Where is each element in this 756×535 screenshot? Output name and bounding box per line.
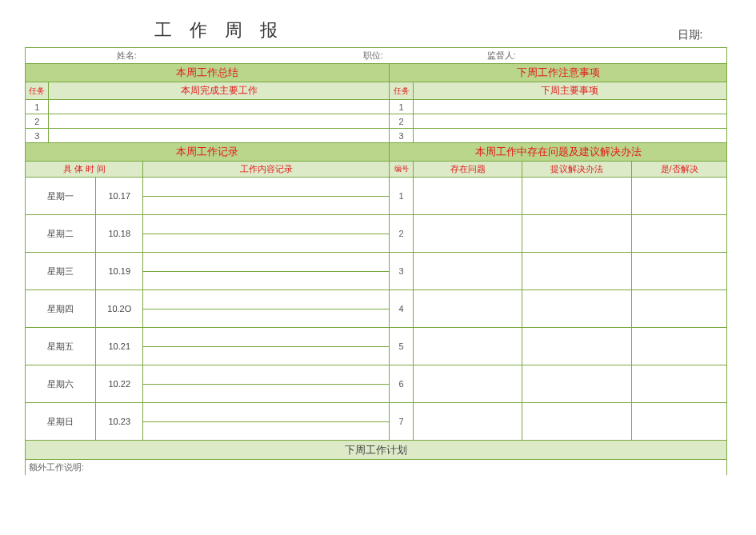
left-sub-header: 本周完成主要工作 [49,82,390,100]
day-name: 星期一 [26,178,96,215]
title-row: 工 作 周 报 日期: [26,17,727,48]
section-header-row-2: 本周工作记录 本周工作中存在问题及建议解决办法 [26,143,727,162]
section-header-row: 本周工作总结 下周工作注意事项 [26,64,727,82]
issue-problem-cell[interactable] [413,178,522,215]
issue-row-num: 6 [390,365,413,403]
log-content-cell[interactable] [143,365,390,403]
log-content-cell[interactable] [143,290,390,328]
issue-row-num: 2 [390,215,413,253]
issue-problem-cell[interactable] [413,328,522,365]
log-row: 星期三 10.19 3 [26,253,727,290]
issue-resolved-cell[interactable] [632,290,727,328]
issue-row-num: 3 [390,253,413,290]
log-content-cell[interactable] [143,253,390,290]
issue-solution-cell[interactable] [522,215,632,253]
issue-solution-cell[interactable] [522,178,632,215]
issue-col-3: 提议解决办法 [522,162,632,178]
position-label: 职位: [143,48,390,64]
issue-col-4: 是/否解决 [632,162,727,178]
issue-problem-cell[interactable] [413,365,522,403]
right-task-cell[interactable] [413,100,726,114]
day-date: 10.19 [96,253,143,290]
day-name: 星期五 [26,328,96,365]
issue-row-num: 7 [390,403,413,441]
next-week-header-row: 下周工作计划 [26,441,727,460]
issue-row-num: 5 [390,328,413,365]
log-content-cell[interactable] [143,178,390,215]
issue-resolved-cell[interactable] [632,365,727,403]
time-header: 具 体 时 间 [26,162,143,178]
log-row: 星期二 10.18 2 [26,215,727,253]
log-row: 星期六 10.22 6 [26,365,727,403]
column-header-row: 具 体 时 间 工作内容记录 编号 存在问题 提议解决办法 是/否解决 [26,162,727,178]
log-row: 星期四 10.2O 4 [26,290,727,328]
issue-solution-cell[interactable] [522,328,632,365]
left-task-cell[interactable] [49,114,390,129]
name-label: 姓名: [26,48,143,64]
supervisor-label: 监督人: [390,48,522,64]
task-row: 3 3 [26,129,727,143]
right-task-label: 任务 [390,82,413,100]
day-name: 星期六 [26,365,96,403]
issue-resolved-cell[interactable] [632,253,727,290]
issue-problem-cell[interactable] [413,290,522,328]
issue-problem-cell[interactable] [413,253,522,290]
next-week-plan-header: 下周工作计划 [26,441,727,460]
date-label: 日期: [413,17,726,48]
extra-row: 额外工作说明: [26,460,727,476]
day-name: 星期二 [26,215,96,253]
left-task-cell[interactable] [49,100,390,114]
log-content-cell[interactable] [143,215,390,253]
right-task-num: 2 [390,114,413,129]
right-task-num: 3 [390,129,413,143]
day-date: 10.17 [96,178,143,215]
day-date: 10.21 [96,328,143,365]
issue-solution-cell[interactable] [522,403,632,441]
issue-resolved-cell[interactable] [632,215,727,253]
issue-solution-cell[interactable] [522,365,632,403]
task-row: 2 2 [26,114,727,129]
main-title: 工 作 周 报 [26,17,414,48]
extra-label: 额外工作说明: [26,460,727,476]
issue-resolved-cell[interactable] [632,403,727,441]
left-task-num: 1 [26,100,49,114]
day-name: 星期日 [26,403,96,441]
issue-row-num: 1 [390,178,413,215]
left-task-label: 任务 [26,82,49,100]
left-task-num: 2 [26,114,49,129]
right-section-header: 下周工作注意事项 [390,64,727,82]
log-row: 星期一 10.17 1 [26,178,727,215]
day-date: 10.23 [96,403,143,441]
right-task-cell[interactable] [413,114,726,129]
log-content-cell[interactable] [143,403,390,441]
issue-resolved-cell[interactable] [632,328,727,365]
right-task-num: 1 [390,100,413,114]
left-task-num: 3 [26,129,49,143]
right-sub-header: 下周主要事项 [413,82,726,100]
issue-problem-cell[interactable] [413,215,522,253]
issue-header: 本周工作中存在问题及建议解决办法 [390,143,727,162]
day-name: 星期三 [26,253,96,290]
issue-col-1: 编号 [390,162,413,178]
task-row: 1 1 [26,100,727,114]
left-section-header: 本周工作总结 [26,64,390,82]
content-header: 工作内容记录 [143,162,390,178]
log-content-cell[interactable] [143,328,390,365]
log-row: 星期五 10.21 5 [26,328,727,365]
log-header: 本周工作记录 [26,143,390,162]
sub-header-row: 任务 本周完成主要工作 任务 下周主要事项 [26,82,727,100]
weekly-report-sheet: 工 作 周 报 日期: 姓名: 职位: 监督人: 本周工作总结 下周工作注意事项… [24,16,728,476]
left-task-cell[interactable] [49,129,390,143]
log-row: 星期日 10.23 7 [26,403,727,441]
day-date: 10.18 [96,215,143,253]
issue-resolved-cell[interactable] [632,178,727,215]
right-task-cell[interactable] [413,129,726,143]
issue-problem-cell[interactable] [413,403,522,441]
day-date: 10.22 [96,365,143,403]
issue-solution-cell[interactable] [522,253,632,290]
issue-solution-cell[interactable] [522,290,632,328]
meta-row: 姓名: 职位: 监督人: [26,48,727,64]
report-table: 工 作 周 报 日期: 姓名: 职位: 监督人: 本周工作总结 下周工作注意事项… [25,17,727,475]
meta-blank [522,48,727,64]
issue-col-2: 存在问题 [413,162,522,178]
